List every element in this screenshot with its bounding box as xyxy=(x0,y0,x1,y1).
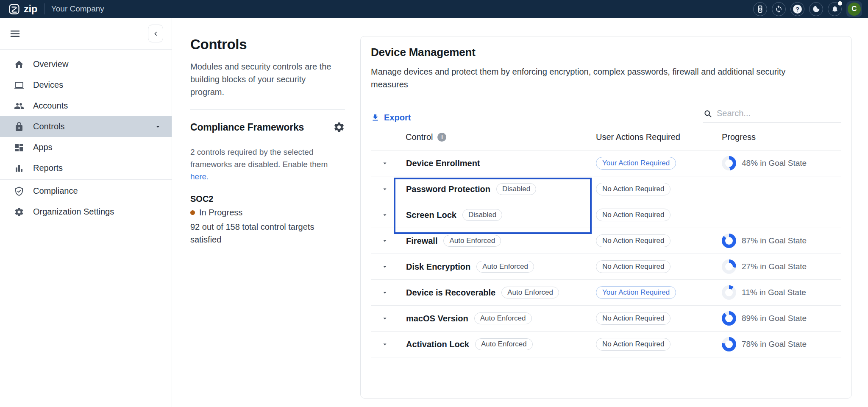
sync-icon[interactable] xyxy=(772,2,786,16)
shield-check-icon xyxy=(14,186,24,196)
control-name: Disk Encryption xyxy=(406,262,470,272)
progress-ring xyxy=(722,234,736,248)
export-button[interactable]: Export xyxy=(371,113,411,123)
expand-row-caret-icon[interactable] xyxy=(381,237,389,245)
sidebar-item-accounts[interactable]: Accounts xyxy=(0,95,172,116)
sidebar-nav: Overview Devices Accounts Controls xyxy=(0,50,172,222)
sidebar-collapse-button[interactable] xyxy=(148,25,163,42)
user-avatar[interactable]: C xyxy=(846,1,862,17)
expand-row-caret-icon[interactable] xyxy=(381,314,389,323)
sidebar-item-label: Apps xyxy=(33,142,53,152)
panel-divider xyxy=(190,109,345,110)
enable-here-link[interactable]: here. xyxy=(190,172,209,181)
device-management-card: Device Management Manage devices and pro… xyxy=(360,36,852,399)
framework-status-label: In Progress xyxy=(199,208,242,217)
search-input[interactable] xyxy=(717,109,840,118)
table-row[interactable]: Disk Encryption Auto Enforced No Action … xyxy=(371,254,841,280)
sidebar-item-compliance[interactable]: Compliance xyxy=(0,181,172,201)
search-box xyxy=(703,109,841,123)
progress-label: 27% in Goal State xyxy=(742,262,807,271)
progress-ring xyxy=(722,311,736,326)
card-title: Device Management xyxy=(371,46,841,59)
col-header-user-actions: User Actions Required xyxy=(588,124,721,150)
dark-mode-icon[interactable] xyxy=(809,2,823,16)
control-name: Device is Recoverable xyxy=(406,288,495,298)
hamburger-menu-icon[interactable] xyxy=(9,28,21,39)
table-row[interactable]: Activation Lock Auto Enforced No Action … xyxy=(371,332,841,357)
notifications-icon[interactable] xyxy=(828,2,842,16)
status-badge: Auto Enforced xyxy=(443,235,501,247)
progress-ring xyxy=(722,259,736,274)
control-name: Password Protection xyxy=(406,184,490,194)
action-pill: Your Action Required xyxy=(596,286,676,299)
people-icon xyxy=(14,101,24,111)
framework-soc2: SOC2 In Progress 92 out of 158 total con… xyxy=(190,194,345,246)
apps-grid-icon xyxy=(14,142,24,153)
expand-row-caret-icon[interactable] xyxy=(381,159,389,167)
note-text: 2 controls required by the selected fram… xyxy=(190,148,328,169)
control-name: Screen Lock xyxy=(406,210,456,220)
framework-summary: 92 out of 158 total control targets sati… xyxy=(190,220,332,246)
expand-row-caret-icon[interactable] xyxy=(381,211,389,219)
frameworks-settings-gear-icon[interactable] xyxy=(333,121,345,133)
compliance-frameworks-title: Compliance Frameworks xyxy=(190,122,304,133)
sidebar-item-apps[interactable]: Apps xyxy=(0,137,172,158)
progress-label: 87% in Goal State xyxy=(742,236,807,245)
controls-panel: Controls Modules and security controls a… xyxy=(172,18,360,407)
search-icon xyxy=(704,109,712,118)
action-pill: Your Action Required xyxy=(596,157,676,170)
framework-name: SOC2 xyxy=(190,194,345,204)
question-mark-glyph: ? xyxy=(793,5,802,14)
control-name: Activation Lock xyxy=(406,340,469,349)
control-name: macOS Version xyxy=(406,314,468,323)
table-header: Control i User Actions Required Progress xyxy=(371,124,841,151)
action-pill: No Action Required xyxy=(596,209,670,221)
progress-ring xyxy=(722,156,736,170)
sidebar-item-overview[interactable]: Overview xyxy=(0,54,172,75)
sidebar-item-controls[interactable]: Controls xyxy=(0,116,172,137)
progress-label: 11% in Goal State xyxy=(742,288,806,297)
table-row[interactable]: Device is Recoverable Auto Enforced Your… xyxy=(371,280,841,306)
progress-ring xyxy=(722,285,736,300)
disabled-controls-note: 2 controls required by the selected fram… xyxy=(190,146,337,183)
laptop-icon xyxy=(14,80,24,90)
device-management-icon[interactable] xyxy=(753,2,767,16)
brand: zip Your Company xyxy=(8,3,104,15)
status-badge: Auto Enforced xyxy=(501,287,559,298)
table-row[interactable]: macOS Version Auto Enforced No Action Re… xyxy=(371,306,841,332)
progress-label: 89% in Goal State xyxy=(742,314,807,323)
card-toolbar: Export xyxy=(371,109,841,123)
status-badge: Auto Enforced xyxy=(475,338,533,350)
table-row[interactable]: Screen Lock Disabled No Action Required xyxy=(371,202,841,228)
sidebar-item-organization-settings[interactable]: Organization Settings xyxy=(0,201,172,222)
lock-icon xyxy=(14,122,24,132)
action-pill: No Action Required xyxy=(596,338,670,351)
sidebar-item-label: Controls xyxy=(33,122,64,131)
topbar-actions: ? C xyxy=(753,1,862,17)
sidebar-divider xyxy=(0,179,172,180)
status-badge: Auto Enforced xyxy=(476,261,534,273)
sidebar-item-label: Overview xyxy=(33,59,68,69)
control-name: Firewall xyxy=(406,236,437,246)
expand-row-caret-icon[interactable] xyxy=(381,340,389,348)
sidebar-item-devices[interactable]: Devices xyxy=(0,75,172,95)
info-icon[interactable]: i xyxy=(437,133,446,142)
table-row[interactable]: Device Enrollment Your Action Required 4… xyxy=(371,151,841,176)
expand-row-caret-icon[interactable] xyxy=(381,288,389,297)
expand-row-caret-icon[interactable] xyxy=(381,262,389,271)
control-name: Device Enrollment xyxy=(406,159,480,168)
export-label: Export xyxy=(384,113,411,123)
sidebar-item-label: Compliance xyxy=(33,186,78,196)
sidebar-item-reports[interactable]: Reports xyxy=(0,158,172,178)
sidebar-item-label: Reports xyxy=(33,163,63,173)
controls-table: Control i User Actions Required Progress… xyxy=(371,124,841,357)
progress-label: 78% in Goal State xyxy=(742,340,807,349)
sidebar: Overview Devices Accounts Controls xyxy=(0,18,172,407)
action-pill: No Action Required xyxy=(596,234,670,247)
table-row[interactable]: Firewall Auto Enforced No Action Require… xyxy=(371,228,841,254)
expand-row-caret-icon[interactable] xyxy=(381,185,389,193)
notification-badge xyxy=(838,1,842,6)
zip-logo-icon xyxy=(8,3,20,15)
help-icon[interactable]: ? xyxy=(790,2,804,16)
table-row[interactable]: Password Protection Disabled No Action R… xyxy=(371,176,841,202)
